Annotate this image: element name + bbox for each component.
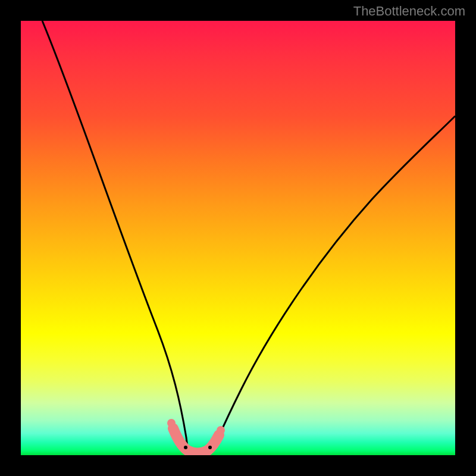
black-dot-right xyxy=(208,446,212,449)
watermark-text: TheBottleneck.com xyxy=(353,4,465,19)
left-curve-line xyxy=(42,21,188,452)
black-dot-left xyxy=(184,446,187,449)
pink-dot-right-upper xyxy=(217,426,225,434)
chart-plot-area xyxy=(21,21,455,455)
chart-svg xyxy=(21,21,455,455)
right-curve-line xyxy=(212,116,455,450)
pink-dot-left-upper xyxy=(167,419,176,427)
bottom-pink-marker xyxy=(173,428,219,453)
